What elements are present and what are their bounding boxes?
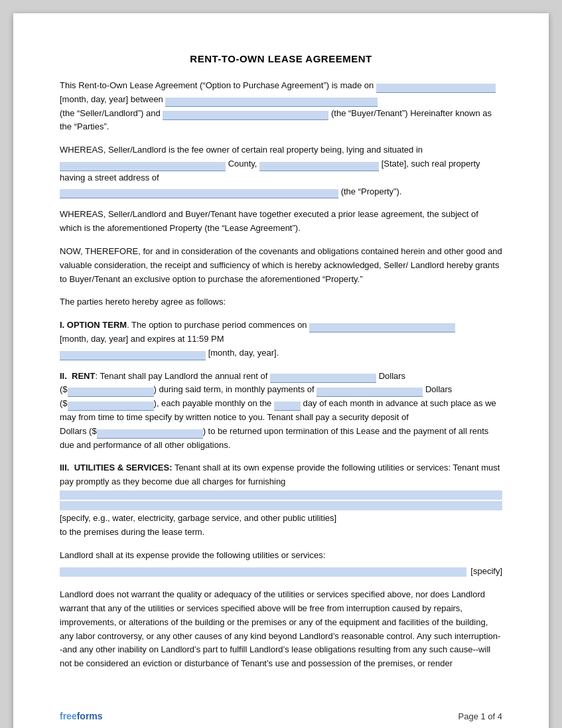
- address-blank[interactable]: [60, 189, 338, 198]
- section-2f-text: ($: [60, 398, 68, 408]
- county-blank[interactable]: [60, 162, 226, 171]
- whereas-1d-text: (the “Property”).: [341, 186, 402, 196]
- document-page: RENT-TO-OWN LEASE AGREEMENT This Rent-to…: [13, 13, 549, 728]
- section-2g-text: ), each payable monthly on the: [154, 398, 272, 408]
- section-3-label: III. UTILITIES & SERVICES:: [60, 463, 173, 473]
- landlord-utilities-paragraph: Landlord shall at its expense provide th…: [60, 549, 502, 579]
- section-2d-text: ) during said term, in monthly payments …: [154, 384, 315, 394]
- party1-blank[interactable]: [165, 98, 378, 107]
- whereas-1-text: WHEREAS, Seller/Landlord is the fee owne…: [60, 145, 423, 155]
- section-2-paragraph: II. RENT: Tenant shall pay Landlord the …: [60, 370, 502, 453]
- state-blank[interactable]: [259, 162, 379, 171]
- parties-agree-text: The parties hereto hereby agree as follo…: [60, 297, 226, 307]
- intro-text-2: [month, day, year] between: [60, 94, 163, 104]
- document-footer: freeforms Page 1 of 4: [60, 711, 502, 721]
- date-blank[interactable]: [376, 84, 496, 93]
- whereas-2-text: WHEREAS, Seller/Landlord and Buyer/Tenan…: [60, 209, 478, 233]
- day-blank[interactable]: [274, 401, 301, 411]
- logo-forms: forms: [77, 711, 103, 721]
- utilities-blank-2[interactable]: [60, 501, 502, 510]
- section-2e-text: Dollars: [425, 384, 452, 394]
- option-start-blank[interactable]: [309, 323, 455, 332]
- section-2c-text: ($: [60, 384, 68, 394]
- section-3b-text: [specify, e.g., water, electricity, garb…: [60, 513, 336, 523]
- logo-free: free: [60, 711, 77, 721]
- whereas-1-paragraph: WHEREAS, Seller/Landlord is the fee owne…: [60, 143, 502, 198]
- deposit-blank[interactable]: [97, 429, 203, 439]
- intro-text-3: (the “Seller/Landlord”) and: [60, 108, 161, 118]
- section-2i-text: Dollars ($: [60, 426, 97, 436]
- section-3-paragraph: III. UTILITIES & SERVICES: Tenant shall …: [60, 461, 502, 539]
- landlord-utilities-text: Landlord shall at its expense provide th…: [60, 550, 325, 560]
- parties-agree-paragraph: The parties hereto hereby agree as follo…: [60, 295, 502, 309]
- section-1-label: I. OPTION TERM: [60, 320, 127, 330]
- now-therefore-paragraph: NOW, THEREFORE, for and in consideration…: [60, 245, 502, 286]
- document-title: RENT-TO-OWN LEASE AGREEMENT: [60, 53, 502, 64]
- annual-rent-dollar-blank[interactable]: [68, 388, 154, 397]
- monthly-rent-dollar-blank[interactable]: [68, 401, 154, 411]
- party2-blank[interactable]: [163, 111, 328, 120]
- intro-paragraph: This Rent-to-Own Lease Agreement (“Optio…: [60, 79, 502, 134]
- section-1-paragraph: I. OPTION TERM. The option to purchase p…: [60, 319, 502, 360]
- section-3c-text: to the premises during the lease term.: [60, 527, 204, 537]
- now-therefore-text: NOW, THEREFORE, for and in consideration…: [60, 246, 502, 284]
- section-1b-text: [month, day, year] and expires at 11:59 …: [60, 334, 224, 344]
- landlord-warranty-paragraph: Landlord does not warrant the quality or…: [60, 588, 502, 671]
- section-2-text: : Tenant shall pay Landlord the annual r…: [95, 371, 267, 381]
- freeforms-logo: freeforms: [60, 711, 103, 721]
- landlord-warranty-text: Landlord does not warrant the quality or…: [60, 589, 500, 668]
- whereas-2-paragraph: WHEREAS, Seller/Landlord and Buyer/Tenan…: [60, 208, 502, 236]
- annual-rent-blank[interactable]: [270, 374, 376, 383]
- landlord-specify-text: [specify]: [470, 565, 502, 579]
- intro-text-1: This Rent-to-Own Lease Agreement (“Optio…: [60, 80, 374, 90]
- page-number: Page 1 of 4: [458, 711, 503, 721]
- option-end-blank[interactable]: [60, 351, 206, 360]
- section-1c-text: [month, day, year].: [208, 348, 279, 358]
- section-2-label: II. RENT: [60, 371, 95, 381]
- section-2b-text: Dollars: [379, 371, 405, 381]
- utilities-blank-1[interactable]: [60, 490, 502, 500]
- landlord-utilities-blank[interactable]: [60, 567, 466, 577]
- monthly-rent-blank[interactable]: [316, 388, 423, 397]
- whereas-1b-text: County,: [228, 159, 257, 169]
- section-1-text: . The option to purchase period commence…: [127, 320, 307, 330]
